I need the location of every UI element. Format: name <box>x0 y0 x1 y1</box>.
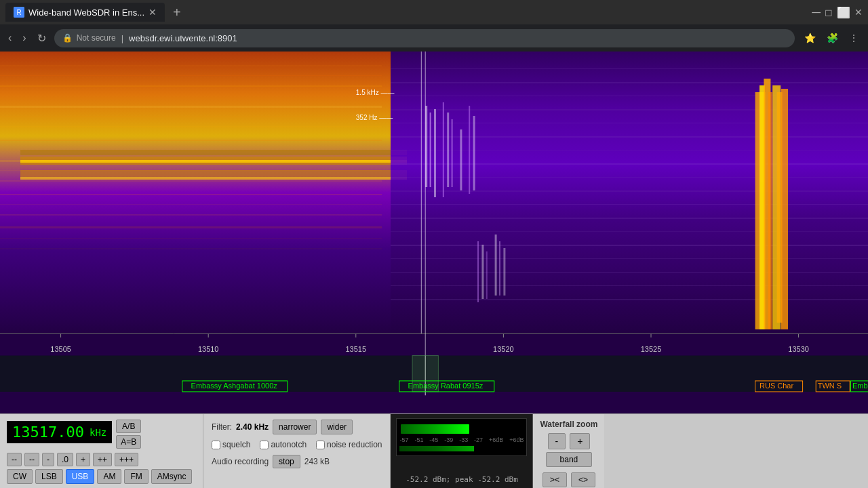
mode-amsync-button[interactable]: AMsync <box>151 469 193 484</box>
restore-button[interactable]: ◻ <box>825 7 833 18</box>
security-icon: 🔒 <box>62 33 73 43</box>
waterfall-area[interactable]: 13505 13510 13515 13520 13525 13530 1.5 <box>0 52 868 413</box>
back-button[interactable]: ‹ <box>5 29 14 47</box>
svg-rect-48 <box>391 258 868 259</box>
settings-button[interactable]: ⋮ <box>845 30 863 46</box>
waterfall-display[interactable]: 13505 13510 13515 13520 13525 13530 1.5 <box>0 52 868 413</box>
stop-recording-button[interactable]: stop <box>273 455 300 468</box>
svg-rect-30 <box>20 150 407 155</box>
tab-favicon: R <box>14 7 24 18</box>
security-label: Not secure <box>77 33 116 43</box>
noise-reduction-checkbox[interactable] <box>316 441 325 449</box>
autonotch-checkbox[interactable] <box>260 441 269 449</box>
svg-text:R: R <box>16 9 21 16</box>
freq-increment-large-button[interactable]: +++ <box>115 453 138 466</box>
svg-rect-57 <box>452 119 453 187</box>
forward-button[interactable]: › <box>20 29 28 47</box>
bookmarks-button[interactable]: ⭐ <box>800 30 820 46</box>
freq-decrement-small-button[interactable]: - <box>42 453 54 466</box>
svg-rect-55 <box>443 102 444 197</box>
filter-panel: Filter: 2.40 kHz narrower wider squelch … <box>203 414 391 488</box>
empty-area <box>604 414 868 488</box>
address-input[interactable]: 🔒 Not secure | websdr.ewi.utwente.nl:890… <box>54 29 795 47</box>
mode-lsb-button[interactable]: LSB <box>35 469 63 484</box>
svg-text:TWN S: TWN S <box>818 382 842 390</box>
close-window-button[interactable]: ✕ <box>854 7 863 18</box>
svg-text:13520: 13520 <box>493 345 514 353</box>
waterfall-zoom-panel: Waterfall zoom - + band >< <> <box>533 414 604 488</box>
reload-button[interactable]: ↻ <box>35 29 49 47</box>
svg-rect-64 <box>495 235 497 296</box>
svg-rect-24 <box>0 214 382 216</box>
svg-rect-14 <box>0 106 382 108</box>
freq-decrement-large-button[interactable]: -- <box>7 453 22 466</box>
mode-usb-button[interactable]: USB <box>66 469 95 484</box>
svg-rect-54 <box>434 109 436 197</box>
svg-text:Embassy Rabat 0915z: Embassy Rabat 0915z <box>408 382 484 390</box>
mode-fm-button[interactable]: FM <box>124 469 148 484</box>
aeb-button[interactable]: A=B <box>116 435 141 449</box>
band-button[interactable]: band <box>546 452 593 467</box>
svg-rect-45 <box>391 218 868 219</box>
svg-text:13505: 13505 <box>50 345 71 353</box>
wider-button[interactable]: wider <box>321 420 353 434</box>
zoom-in-button[interactable]: + <box>570 433 590 449</box>
svg-rect-60 <box>473 116 475 190</box>
svg-rect-65 <box>499 241 500 296</box>
freq-increment-small-button[interactable]: + <box>76 453 90 466</box>
tab-close-button[interactable]: ✕ <box>149 7 157 18</box>
narrower-button[interactable]: narrower <box>273 420 317 434</box>
svg-text:13530: 13530 <box>788 345 809 353</box>
svg-rect-50 <box>391 285 868 286</box>
svg-rect-66 <box>503 248 505 296</box>
svg-text:13510: 13510 <box>198 345 219 353</box>
scroll-left-button[interactable]: >< <box>542 472 567 487</box>
svg-rect-26 <box>0 238 382 239</box>
zoom-out-button[interactable]: - <box>548 433 566 449</box>
smeter-reading: -52.2 dBm; peak -52.2 dBm <box>396 475 527 484</box>
svg-rect-29 <box>20 160 407 163</box>
svg-text:RUS Char: RUS Char <box>760 382 793 390</box>
smeter-panel: -57 -51 -45 -39 -33 -27 +6dB +6dB -52.2 … <box>391 414 533 488</box>
svg-rect-58 <box>460 129 462 190</box>
filter-value: 2.40 kHz <box>236 422 269 432</box>
new-tab-button[interactable]: + <box>167 5 186 20</box>
extensions-button[interactable]: 🧩 <box>823 30 842 46</box>
freq-decimal-button[interactable]: .0 <box>57 453 73 466</box>
frequency-display: 13517.00 kHz <box>7 421 112 443</box>
browser-chrome: R Wide-band WebSDR in Ens... ✕ + ─ ◻ ⬜ ✕… <box>0 0 868 52</box>
mode-cw-button[interactable]: CW <box>7 469 33 484</box>
minimize-button[interactable]: ─ <box>812 5 821 20</box>
frequency-adjustment-row: -- -- - .0 + ++ +++ <box>7 453 196 466</box>
scroll-right-button[interactable]: <> <box>571 472 595 487</box>
svg-rect-37 <box>391 109 868 110</box>
freq-increment-medium-button[interactable]: ++ <box>93 453 112 466</box>
svg-rect-17 <box>0 140 382 141</box>
ab-button[interactable]: A/B <box>116 420 141 433</box>
svg-rect-71 <box>768 92 772 329</box>
squelch-text: squelch <box>222 440 250 449</box>
svg-rect-74 <box>781 89 788 329</box>
maximize-button[interactable]: ⬜ <box>837 6 850 19</box>
mode-am-button[interactable]: AM <box>97 469 121 484</box>
zoom-buttons-row: - + <box>548 433 591 449</box>
browser-actions: ⭐ 🧩 ⋮ <box>800 30 863 46</box>
svg-rect-42 <box>391 177 868 178</box>
svg-rect-12 <box>0 85 382 87</box>
svg-text:1.5 kHz ——: 1.5 kHz —— <box>356 89 395 96</box>
tab-title: Wide-band WebSDR in Ens... <box>28 7 144 18</box>
svg-rect-56 <box>447 113 449 187</box>
url-display: websdr.ewi.utwente.nl:8901 <box>129 33 237 43</box>
svg-rect-34 <box>391 68 868 69</box>
svg-text:Embassy Ashgabat 1000z: Embassy Ashgabat 1000z <box>191 382 278 390</box>
svg-rect-32 <box>20 177 407 180</box>
svg-text:Embassy: Embassy <box>852 382 868 390</box>
squelch-checkbox[interactable] <box>212 441 220 449</box>
svg-rect-16 <box>0 126 382 127</box>
active-tab[interactable]: R Wide-band WebSDR in Ens... ✕ <box>5 3 165 22</box>
audio-recording-label: Audio recording <box>212 457 269 466</box>
scroll-buttons-row: >< <> <box>542 472 595 487</box>
svg-rect-59 <box>469 106 470 194</box>
svg-rect-40 <box>391 150 868 150</box>
freq-decrement-medium-button[interactable]: -- <box>24 453 39 466</box>
